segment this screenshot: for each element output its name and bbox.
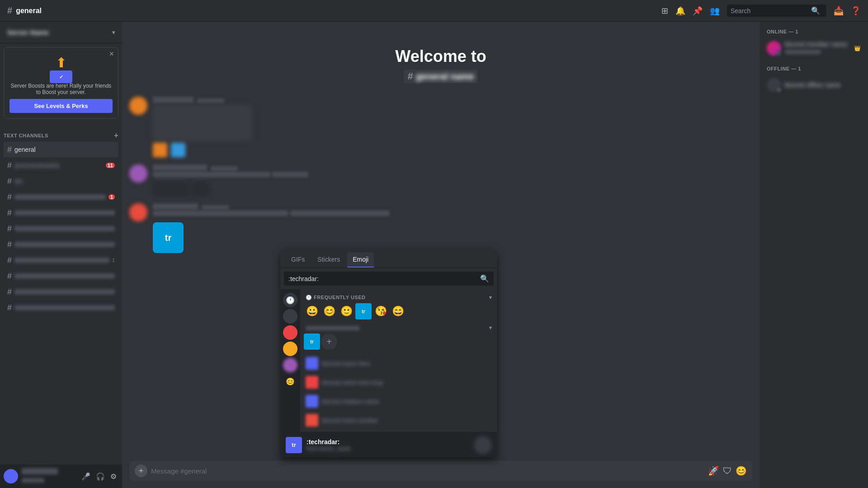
custom-emoji-large: tr <box>153 222 184 253</box>
picker-tab-stickers[interactable]: Stickers <box>312 252 345 267</box>
channel-list: TEXT CHANNELS + # general # announcement… <box>0 122 122 465</box>
emoji-kissing[interactable]: 😘 <box>373 303 389 319</box>
message-group-3: tr <box>129 203 752 253</box>
unread-badge: 11 <box>106 163 115 168</box>
add-attachment-button[interactable]: + <box>135 465 147 477</box>
pin-icon[interactable]: 📌 <box>693 6 703 16</box>
nav-recent[interactable]: 🕐 <box>283 293 297 307</box>
nav-server-1[interactable] <box>283 325 297 340</box>
channel-item-etc[interactable]: # etc <box>4 174 118 189</box>
author-name-2 <box>153 164 207 171</box>
send-gift-icon[interactable]: 🚀 <box>708 465 719 476</box>
emoji-search-bar[interactable]: 🔍 <box>284 272 494 286</box>
deafen-button[interactable]: 🎧 <box>94 470 107 483</box>
emoji-grid-server: tr + <box>304 333 494 350</box>
hash-icon: # <box>7 177 12 186</box>
channel-name-blurred <box>14 226 115 231</box>
emoji-search-input[interactable] <box>288 275 477 282</box>
emoji-smile-eyes[interactable]: 😊 <box>321 303 337 319</box>
offline-category: OFFLINE — 1 <box>763 66 864 71</box>
msg-timestamp-1 <box>197 99 224 103</box>
channel-name-blurred <box>14 273 115 279</box>
server-emoji-name-2: blurred name here long <box>322 379 488 386</box>
members-icon[interactable]: 👥 <box>710 6 720 16</box>
server-emoji-row-2[interactable]: blurred name here long <box>304 374 494 390</box>
welcome-header: Welcome to # general name <box>129 29 752 97</box>
offline-label: OFFLINE — <box>767 66 798 71</box>
search-bar[interactable]: 🔍 <box>727 5 826 17</box>
user-avatar <box>4 469 18 483</box>
channel-item-blurred-1[interactable]: # 1 <box>4 189 118 205</box>
mute-button[interactable]: 🎤 <box>80 470 92 483</box>
channel-name-blurred <box>14 289 115 295</box>
server-header[interactable]: Server Name ▾ <box>0 22 122 43</box>
channel-item-blurred-2[interactable]: # <box>4 205 118 221</box>
add-emoji-button[interactable]: + <box>321 333 337 350</box>
section-toggle-server[interactable]: ▾ <box>489 325 492 331</box>
emoji-techradar-custom[interactable]: tr <box>355 303 372 319</box>
member-item-offline-1[interactable]: blurred offline name <box>763 75 864 95</box>
close-icon[interactable]: ✕ <box>109 50 114 57</box>
help-icon[interactable]: ❓ <box>851 6 861 16</box>
shield-icon[interactable]: 🛡 <box>723 466 732 476</box>
message-header-1 <box>153 97 752 103</box>
boost-button[interactable]: See Levels & Perks <box>9 99 113 113</box>
sidebar: Server Name ▾ ✕ ⬆ ✓ Server Boosts are he… <box>0 22 122 488</box>
channel-item-blurred-3[interactable]: # <box>4 221 118 236</box>
emoji-button[interactable]: 😊 <box>736 465 747 476</box>
threads-icon[interactable]: ⊞ <box>661 6 668 16</box>
server-emoji-row-1[interactable]: blurred name here <box>304 355 494 371</box>
server-emoji-icon-2 <box>306 376 318 389</box>
server-emoji-row-3[interactable]: blurred medium name <box>304 393 494 409</box>
channel-item-blurred-6[interactable]: # <box>4 268 118 284</box>
nav-emoji[interactable] <box>283 309 297 324</box>
channel-item-blurred-7[interactable]: # <box>4 284 118 300</box>
channel-hash-icon: # <box>7 5 12 16</box>
picker-tab-emoji[interactable]: Emoji <box>347 252 374 267</box>
emoji-smile[interactable]: 🙂 <box>338 303 354 319</box>
section-toggle[interactable]: ▾ <box>489 295 492 300</box>
add-channel-icon[interactable]: + <box>114 131 118 140</box>
online-label: ONLINE — <box>767 29 795 34</box>
emoji-techradar[interactable]: tr <box>304 333 320 350</box>
bell-icon[interactable]: 🔔 <box>675 6 685 16</box>
settings-button[interactable]: ⚙ <box>108 470 118 483</box>
search-icon: 🔍 <box>811 6 820 15</box>
channel-item-blurred-8[interactable]: # <box>4 300 118 315</box>
emoji-grinning[interactable]: 😀 <box>304 303 320 319</box>
channel-name-blurred <box>14 305 115 310</box>
message-input[interactable] <box>151 467 704 475</box>
member-avatar-offline-1 <box>767 78 781 92</box>
inbox-icon[interactable]: 📥 <box>834 6 844 16</box>
picker-tab-gifs[interactable]: GIFs <box>286 252 310 267</box>
channel-item-announcements[interactable]: # announcements 11 <box>4 158 118 173</box>
author-name-3 <box>153 203 198 210</box>
hash-icon: # <box>7 272 12 281</box>
server-name: Server Name <box>7 28 108 36</box>
online-category: ONLINE — 1 <box>763 29 864 34</box>
search-input[interactable] <box>731 7 807 14</box>
channel-item-general[interactable]: # general <box>4 142 118 157</box>
member-status-online-1 <box>785 50 821 54</box>
nav-face[interactable]: 😊 <box>283 374 297 389</box>
hash-icon: # <box>7 145 12 155</box>
picker-tabs: GIFs Stickers Emoji <box>280 249 497 268</box>
server-emoji-icon-1 <box>306 357 318 370</box>
emoji-laughing[interactable]: 😄 <box>390 303 406 319</box>
channel-item-blurred-4[interactable]: # <box>4 237 118 252</box>
message-input-area: + 🚀 🛡 😊 <box>122 461 760 488</box>
text-channels-category: TEXT CHANNELS + <box>0 124 122 141</box>
server-emoji-row-4[interactable]: blurred name another <box>304 412 494 428</box>
member-name-online-1: blurred member name <box>785 41 849 48</box>
author-name-1 <box>153 97 193 103</box>
channel-item-blurred-5[interactable]: # 1 <box>4 253 118 268</box>
nav-server-3[interactable] <box>283 358 297 372</box>
member-item-online-1[interactable]: blurred member name 👑 <box>763 38 864 59</box>
nav-server-2[interactable] <box>283 342 297 356</box>
user-avatar-1 <box>129 97 147 115</box>
channel-name-blurred <box>14 258 109 263</box>
chat-area: Welcome to # general name <box>122 22 760 488</box>
server-emoji-name-1: blurred name here <box>322 360 488 367</box>
message-text-2 <box>153 172 270 177</box>
channel-header: # general <box>7 5 661 16</box>
